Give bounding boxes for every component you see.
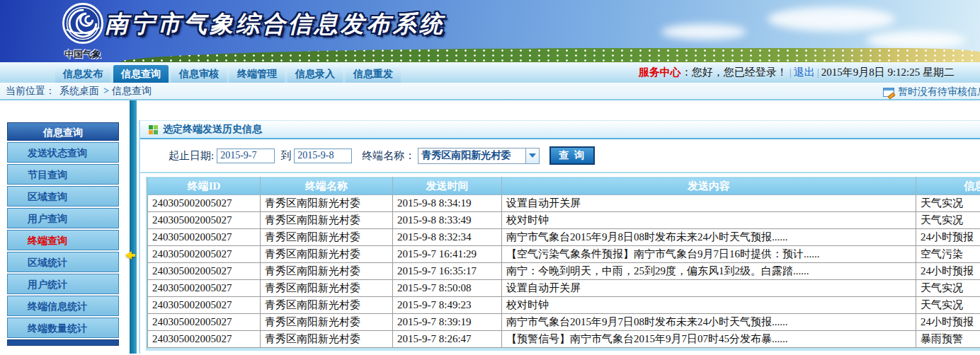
- sidebar-item[interactable]: 发送状态查询: [7, 142, 119, 163]
- nav-tab[interactable]: 信息发布: [55, 65, 110, 83]
- cell-terminal-id: 240305002005027: [148, 297, 261, 314]
- table-row: 240305002005027 青秀区南阳新光村委 2015-9-8 8:32:…: [148, 229, 980, 246]
- terminal-select-value: 青秀区南阳新光村委: [418, 149, 525, 162]
- cell-send-content: 南宁市气象台2015年9月7日08时发布未来24小时天气预报......: [502, 314, 916, 331]
- nav-tab-label: 信息查询: [121, 68, 161, 79]
- arrow-stem: [127, 254, 135, 257]
- cell-send-time: 2015-9-7 16:41:29: [393, 246, 502, 263]
- collapse-sidebar-arrow[interactable]: [121, 251, 135, 260]
- cell-info-type: 天气实况: [916, 297, 980, 314]
- sidebar-item[interactable]: 终端数量统计: [7, 318, 119, 338]
- sidebar-item[interactable]: 节目查询: [7, 164, 119, 185]
- sidebar: 信息查询 发送状态查询 节目查询 区域查询 用户查询: [7, 122, 119, 346]
- terminal-name-label: 终端名称：: [362, 149, 415, 163]
- content-area: 信息查询 发送状态查询 节目查询 区域查询 用户查询: [0, 100, 980, 354]
- sidebar-footer: [7, 339, 119, 346]
- cell-info-type: 天气实况: [916, 195, 980, 212]
- cell-terminal-name: 青秀区南阳新光村委: [261, 195, 393, 212]
- sidebar-item-label: 终端信息统计: [28, 301, 87, 312]
- history-table: 终端ID终端名称发送时间发送内容信息位 240305002005027 青秀区南…: [147, 177, 980, 348]
- history-table-wrap: 终端ID终端名称发送时间发送内容信息位 240305002005027 青秀区南…: [146, 177, 980, 351]
- login-greeting: ：您好，您已经登录！: [681, 66, 787, 78]
- service-center-label: 服务中心: [639, 66, 681, 78]
- date-to-input[interactable]: [294, 149, 352, 163]
- sidebar-divider: [130, 100, 137, 354]
- nav-tab[interactable]: 信息审核: [171, 65, 227, 83]
- cma-logo: 中国气象: [59, 3, 106, 61]
- breadcrumb-root[interactable]: 系统桌面: [59, 85, 99, 98]
- grid-squares-icon: [149, 125, 158, 134]
- nav-tab-label: 信息发布: [63, 68, 103, 79]
- nav-tab-label: 信息重发: [353, 68, 393, 79]
- cell-info-type: 天气实况: [916, 212, 980, 229]
- sidebar-item[interactable]: 终端查询: [7, 230, 119, 250]
- cell-terminal-name: 青秀区南阳新光村委: [261, 263, 393, 280]
- breadcrumb-row: 当前位置： 系统桌面 > 信息查询 暂时没有待审核信息: [0, 83, 980, 100]
- cell-terminal-name: 青秀区南阳新光村委: [261, 229, 393, 246]
- cell-send-content: 南宁：今晚到明天，中雨，25到29度，偏东风1到2级。白露踏......: [502, 263, 916, 280]
- nav-bar: 信息发布 信息查询 信息审核 终端管理 信息录入 信息重发 服务中心：您好，您已…: [0, 62, 980, 83]
- cell-terminal-name: 青秀区南阳新光村委: [261, 280, 393, 297]
- review-notice-text: 暂时没有待审核信息: [898, 86, 980, 98]
- cell-terminal-name: 青秀区南阳新光村委: [261, 246, 393, 263]
- table-body: 240305002005027 青秀区南阳新光村委 2015-9-8 8:34:…: [148, 195, 980, 348]
- sidebar-item[interactable]: 终端信息统计: [7, 296, 119, 316]
- cell-send-time: 2015-9-7 8:49:23: [393, 297, 502, 314]
- dropdown-button[interactable]: [525, 149, 539, 163]
- filter-bar: 起止日期: 到 终端名称： 青秀区南阳新光村委 查 询: [140, 139, 980, 173]
- cell-send-time: 2015-9-7 8:26:47: [393, 331, 502, 348]
- cell-send-time: 2015-9-8 8:32:34: [393, 229, 502, 246]
- query-button[interactable]: 查 询: [549, 146, 595, 165]
- cell-send-content: 设置自动开关屏: [502, 195, 916, 212]
- breadcrumb-current: 信息查询: [112, 85, 152, 98]
- cell-send-content: 校对时钟: [502, 297, 916, 314]
- cell-terminal-id: 240305002005027: [148, 212, 261, 229]
- cell-send-time: 2015-9-7 16:35:17: [393, 263, 502, 280]
- nav-tab[interactable]: 信息录入: [287, 65, 343, 83]
- cell-send-content: 【空气污染气象条件预报】南宁市气象台9月7日16时提供：预计......: [502, 246, 916, 263]
- service-center-bar: 服务中心：您好，您已经登录！|退出|2015年9月8日 9:12:25 星期二: [639, 66, 955, 79]
- table-column-header: 信息位: [916, 178, 980, 195]
- logout-link[interactable]: 退出: [794, 66, 815, 78]
- nav-tab-label: 信息审核: [179, 68, 219, 79]
- sidebar-item[interactable]: 用户查询: [7, 208, 119, 228]
- site-title: 南宁市气象综合信息发布系统: [105, 8, 445, 40]
- cell-send-content: 南宁市气象台2015年9月8日08时发布未来24小时天气预报......: [502, 229, 916, 246]
- to-label: 到: [280, 149, 291, 163]
- cell-send-time: 2015-9-7 8:39:19: [393, 314, 502, 331]
- cell-info-type: 24小时预报: [916, 263, 980, 280]
- date-from-input[interactable]: [217, 149, 275, 163]
- terminal-select[interactable]: 青秀区南阳新光村委: [418, 148, 540, 164]
- sidebar-item[interactable]: 区域统计: [7, 252, 119, 272]
- cell-terminal-id: 240305002005027: [148, 246, 261, 263]
- cell-send-content: 设置自动开关屏: [502, 280, 916, 297]
- table-column-header: 终端名称: [261, 178, 393, 195]
- cell-terminal-name: 青秀区南阳新光村委: [261, 331, 393, 348]
- sidebar-item-label: 区域统计: [28, 257, 67, 268]
- nav-tab[interactable]: 信息查询: [113, 65, 169, 83]
- cell-terminal-id: 240305002005027: [148, 331, 261, 348]
- cell-info-type: 天气实况: [916, 280, 980, 297]
- table-row: 240305002005027 青秀区南阳新光村委 2015-9-7 8:39:…: [148, 314, 980, 331]
- separator: |: [817, 66, 819, 78]
- main-panel: 选定终端发送历史信息 起止日期: 到 终端名称： 青秀区南阳新光村委 查 询: [139, 120, 980, 354]
- document-pencil-icon: [883, 88, 894, 97]
- sidebar-menu: 发送状态查询 节目查询 区域查询 用户查询 终端查询: [7, 142, 119, 338]
- table-row: 240305002005027 青秀区南阳新光村委 2015-9-8 8:33:…: [148, 212, 980, 229]
- sidebar-item-label: 区域查询: [28, 191, 67, 202]
- table-row: 240305002005027 青秀区南阳新光村委 2015-9-8 8:34:…: [148, 195, 980, 212]
- sidebar-item-label: 节目查询: [28, 169, 67, 180]
- datetime-text: 2015年9月8日 9:12:25 星期二: [821, 66, 955, 78]
- sidebar-item[interactable]: 区域查询: [7, 186, 119, 206]
- nav-tab[interactable]: 信息重发: [346, 65, 401, 83]
- chevron-down-icon: [529, 153, 536, 161]
- cell-terminal-id: 240305002005027: [148, 195, 261, 212]
- cell-send-content: 【预警信号】南宁市气象台2015年9月7日07时45分发布暴......: [502, 331, 916, 348]
- table-row: 240305002005027 青秀区南阳新光村委 2015-9-7 16:41…: [148, 246, 980, 263]
- cell-terminal-id: 240305002005027: [148, 229, 261, 246]
- breadcrumb-label: 当前位置：: [6, 85, 55, 98]
- nav-tab[interactable]: 终端管理: [229, 65, 285, 83]
- breadcrumb-separator: >: [103, 86, 109, 97]
- cell-terminal-id: 240305002005027: [148, 280, 261, 297]
- sidebar-item[interactable]: 用户统计: [7, 274, 119, 294]
